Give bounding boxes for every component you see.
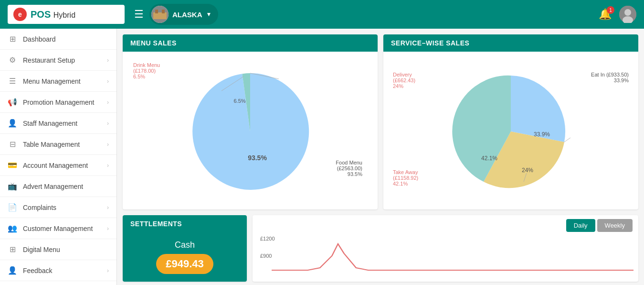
logo-icon: e — [12, 7, 28, 22]
sidebar-item-label: Restaurant Setup — [23, 56, 75, 64]
svg-rect-4 — [155, 10, 158, 13]
food-menu-label: Food Menu (£2563.00) 93.5% — [336, 160, 362, 177]
sidebar-item-label: Dashboard — [23, 35, 56, 43]
charts-row: MENU SALES Drink Menu (£178.00) 6.5% Foo… — [123, 34, 638, 209]
customer-icon: 👥 — [8, 224, 17, 233]
sidebar-item-customer-management[interactable]: 👥 Customer Management › — [0, 218, 116, 239]
staff-icon: 👤 — [8, 119, 17, 128]
svg-rect-5 — [162, 10, 165, 13]
main-layout: ⊞ Dashboard ⚙ Restaurant Setup › ☰ Menu … — [0, 29, 644, 285]
svg-point-7 — [624, 9, 631, 16]
logo-sub: Hybrid — [53, 11, 75, 19]
sidebar-item-complaints[interactable]: 📄 Complaints › — [0, 197, 116, 218]
notifications-button[interactable]: 🔔 1 — [599, 8, 612, 21]
settlements-body: Cash £949.43 — [123, 232, 247, 282]
account-icon: 💳 — [8, 161, 17, 170]
user-avatar[interactable] — [619, 6, 636, 23]
delivery-label: Delivery (£662.43) 24% — [393, 72, 415, 89]
svg-text:24%: 24% — [522, 167, 533, 174]
sidebar-item-label: Table Management — [23, 141, 80, 148]
chevron-right-icon: › — [107, 267, 109, 274]
settlements-row: SETTLEMENTS Cash £949.43 Daily Weekly £1… — [123, 215, 638, 282]
sidebar-item-label: Menu Management — [23, 77, 81, 85]
svg-text:42.1%: 42.1% — [481, 155, 497, 162]
sidebar-item-label: Account Management — [23, 162, 88, 169]
menu-sales-header: MENU SALES — [123, 34, 378, 52]
settlements-chart — [272, 237, 633, 275]
logo: e POS Hybrid — [8, 5, 125, 24]
notification-badge: 1 — [607, 6, 614, 14]
settlements-header: SETTLEMENTS — [123, 215, 247, 232]
menu-sales-pie: 93.5% 6.5% — [183, 65, 317, 198]
svg-text:33.9%: 33.9% — [534, 131, 550, 138]
weekly-button[interactable]: Weekly — [597, 219, 633, 232]
dashboard-icon: ⊞ — [8, 34, 17, 44]
sidebar: ⊞ Dashboard ⚙ Restaurant Setup › ☰ Menu … — [0, 29, 117, 285]
chevron-right-icon: › — [107, 204, 109, 211]
bar-chart-area: £1200 £900 — [253, 232, 638, 263]
table-icon: ⊟ — [8, 140, 17, 149]
sidebar-item-table-management[interactable]: ⊟ Table Management › — [0, 134, 116, 155]
sidebar-item-label: Digital Menu — [23, 246, 60, 253]
complaints-icon: 📄 — [8, 203, 17, 212]
service-sales-pie: 33.9% 24% 42.1% — [446, 67, 575, 196]
svg-text:6.5%: 6.5% — [233, 98, 245, 104]
service-sales-header: SERVICE–WISE SALES — [383, 34, 638, 52]
chevron-down-icon: ▼ — [206, 11, 212, 18]
sidebar-item-label: Complaints — [23, 204, 56, 211]
svg-text:e: e — [18, 11, 22, 18]
chart-controls: Daily Weekly — [253, 215, 638, 232]
daily-button[interactable]: Daily — [566, 219, 595, 232]
cash-label: Cash — [130, 240, 239, 250]
sidebar-item-gift-card-management[interactable]: 🎁 Gift card Management › — [0, 281, 116, 285]
sidebar-item-account-management[interactable]: 💳 Account Management › — [0, 155, 116, 176]
sidebar-item-dashboard[interactable]: ⊞ Dashboard — [0, 29, 116, 50]
drink-menu-label: Drink Menu (£178.00) 6.5% — [133, 62, 160, 79]
menu-toggle-button[interactable]: ☰ — [134, 8, 144, 21]
promotion-icon: 📢 — [8, 98, 17, 107]
sidebar-item-advert-management[interactable]: 📺 Advert Management — [0, 176, 116, 197]
topbar: e POS Hybrid ☰ ALASKA ▼ 🔔 1 — [0, 0, 644, 29]
sidebar-item-label: Staff Management — [23, 120, 77, 127]
chevron-right-icon: › — [107, 99, 109, 106]
sidebar-item-restaurant-setup[interactable]: ⚙ Restaurant Setup › — [0, 50, 116, 71]
restaurant-setup-icon: ⚙ — [8, 55, 17, 65]
topbar-left: e POS Hybrid ☰ ALASKA ▼ — [8, 4, 218, 25]
sidebar-item-label: Feedback — [23, 267, 52, 274]
logo-text: POS Hybrid — [31, 9, 75, 20]
settlements-chart-card: Daily Weekly £1200 £900 — [253, 215, 638, 282]
sidebar-item-label: Promotion Management — [23, 99, 94, 106]
chevron-right-icon: › — [107, 78, 109, 85]
menu-sales-card: MENU SALES Drink Menu (£178.00) 6.5% Foo… — [123, 34, 378, 209]
service-sales-body: Delivery (£662.43) 24% Eat In (£933.50) … — [383, 52, 638, 209]
sidebar-item-label: Customer Management — [23, 225, 93, 232]
takeaway-label: Take Away (£1158.92) 42.1% — [393, 169, 418, 186]
advert-icon: 📺 — [8, 182, 17, 191]
main-content: MENU SALES Drink Menu (£178.00) 6.5% Foo… — [117, 29, 644, 285]
feedback-icon: 👤 — [8, 266, 17, 275]
settlements-card: SETTLEMENTS Cash £949.43 — [123, 215, 247, 282]
service-sales-card: SERVICE–WISE SALES Delivery (£662.43) 24… — [383, 34, 638, 209]
menu-management-icon: ☰ — [8, 77, 17, 86]
branch-selector[interactable]: ALASKA ▼ — [149, 4, 218, 25]
sidebar-item-label: Advert Management — [23, 183, 83, 190]
digital-menu-icon: ⊞ — [8, 245, 17, 254]
eatin-label: Eat In (£933.50) 33.9% — [591, 72, 629, 83]
chevron-right-icon: › — [107, 57, 109, 64]
sidebar-item-digital-menu[interactable]: ⊞ Digital Menu — [0, 239, 116, 260]
sidebar-item-promotion-management[interactable]: 📢 Promotion Management › — [0, 92, 116, 113]
svg-line-16 — [564, 138, 570, 142]
chevron-right-icon: › — [107, 162, 109, 169]
cash-value: £949.43 — [156, 254, 213, 274]
branch-name: ALASKA — [172, 11, 202, 19]
sidebar-item-menu-management[interactable]: ☰ Menu Management › — [0, 71, 116, 92]
chevron-right-icon: › — [107, 141, 109, 148]
chevron-right-icon: › — [107, 120, 109, 127]
svg-rect-3 — [153, 12, 167, 19]
sidebar-item-staff-management[interactable]: 👤 Staff Management › — [0, 113, 116, 134]
cash-section: Cash £949.43 — [123, 232, 247, 282]
sidebar-item-feedback[interactable]: 👤 Feedback › — [0, 260, 116, 281]
svg-text:93.5%: 93.5% — [248, 154, 267, 162]
topbar-right: 🔔 1 — [599, 6, 636, 23]
branch-avatar — [151, 6, 169, 23]
